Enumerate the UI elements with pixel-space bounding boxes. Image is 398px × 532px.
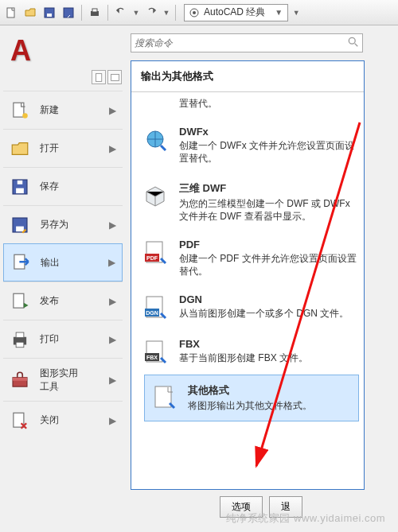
svg-rect-5 — [92, 9, 97, 12]
export-submenu: 输出为其他格式 置替代。 DWFx 创建一个 DWFx 文件并允许您设置页面设置… — [131, 60, 365, 490]
svg-text:FBX: FBX — [146, 355, 158, 360]
workspace-label: AutoCAD 经典 — [204, 6, 265, 19]
command-search[interactable] — [131, 33, 363, 52]
submenu-item-title: FBX — [179, 338, 308, 350]
submenu-item-desc: 从当前图形创建一个或多个 DGN 文件。 — [179, 307, 349, 320]
menu-item-publish[interactable]: 发布 ▶ — [3, 282, 123, 320]
dgn-icon: DGN — [141, 293, 170, 322]
search-icon — [348, 37, 359, 50]
save-as-icon[interactable] — [60, 5, 76, 21]
save-as-icon — [8, 213, 32, 237]
new-file-icon[interactable] — [3, 5, 19, 21]
menu-item-close[interactable]: 关闭 ▶ — [3, 401, 123, 439]
svg-rect-21 — [16, 332, 24, 338]
submenu-item-3d-dwf[interactable]: 三维 DWF 为您的三维模型创建一个 DWF 或 DWFx 文件并在 DWF 查… — [141, 173, 364, 231]
submenu-arrow-icon: ▶ — [109, 296, 116, 307]
search-input[interactable] — [135, 37, 348, 49]
submenu-item-desc: 为您的三维模型创建一个 DWF 或 DWFx 文件并在 DWF 查看器中显示。 — [179, 197, 357, 223]
svg-point-7 — [193, 11, 196, 14]
submenu-item-desc: 置替代。 — [179, 97, 217, 110]
svg-rect-2 — [47, 14, 52, 17]
other-format-icon — [150, 383, 178, 412]
menu-item-export[interactable]: 输出 ▶ — [3, 243, 123, 282]
submenu-arrow-icon: ▶ — [109, 375, 116, 386]
open-folder-icon — [8, 137, 32, 161]
svg-rect-3 — [64, 8, 73, 17]
menu-item-label: 打开 — [40, 142, 101, 155]
menu-item-label: 关闭 — [40, 414, 101, 427]
submenu-item-prev-overflow[interactable]: 置替代。 — [141, 95, 364, 118]
toolbar-separator — [81, 5, 82, 21]
menu-item-label: 发布 — [40, 294, 101, 308]
menu-item-save-as[interactable]: 另存为 ▶ — [3, 205, 123, 243]
toolbar-separator — [107, 5, 108, 21]
menu-item-label: 另存为 — [40, 218, 101, 231]
watermark-text: 纯净系统家园 www.yidaimei.com — [226, 511, 385, 526]
submenu-arrow-icon: ▶ — [108, 257, 115, 268]
submenu-item-title: 三维 DWF — [179, 181, 357, 196]
open-documents-icon[interactable] — [107, 70, 122, 84]
submenu-arrow-icon: ▶ — [109, 219, 116, 231]
svg-rect-19 — [14, 293, 24, 308]
app-menu-button[interactable]: A — [3, 33, 38, 68]
menu-item-utilities[interactable]: 图形实用 工具 ▶ — [3, 358, 123, 401]
menu-item-open[interactable]: 打开 ▶ — [3, 129, 123, 167]
recent-documents-icon[interactable] — [92, 70, 106, 84]
app-menu: 新建 ▶ 打开 ▶ 保存 另存为 ▶ 输出 ▶ 发布 ▶ 打印 ▶ 图形实用 工… — [3, 91, 123, 439]
submenu-arrow-icon: ▶ — [109, 334, 116, 345]
submenu-arrow-icon: ▶ — [109, 143, 116, 154]
close-doc-icon — [8, 409, 32, 433]
submenu-item-title: DWFx — [179, 126, 357, 138]
submenu-item-desc: 创建一个 DWFx 文件并允许您设置页面设置替代。 — [179, 139, 357, 165]
submenu-item-other-formats[interactable]: 其他格式 将图形输出为其他文件格式。 — [144, 375, 359, 421]
toolbox-icon — [8, 368, 32, 392]
dwfx-icon — [141, 126, 170, 154]
svg-text:DGN: DGN — [146, 310, 158, 316]
submenu-item-desc: 创建一个 PDF 文件并允许您设置页面设置替代。 — [179, 252, 357, 278]
undo-icon[interactable] — [113, 5, 129, 21]
quick-access-toolbar: ▼ ▼ AutoCAD 经典 ▼ ▼ — [0, 0, 398, 25]
submenu-item-dwfx[interactable]: DWFx 创建一个 DWFx 文件并允许您设置页面设置替代。 — [141, 118, 364, 173]
menu-item-label: 图形实用 工具 — [40, 367, 101, 394]
svg-rect-11 — [14, 103, 24, 117]
svg-rect-17 — [16, 226, 24, 231]
menu-item-label: 输出 — [41, 256, 100, 270]
menu-item-print[interactable]: 打印 ▶ — [3, 320, 123, 358]
pdf-icon: PDF — [141, 239, 170, 267]
menu-item-label: 保存 — [40, 180, 116, 193]
workspace-dropdown[interactable]: AutoCAD 经典 ▼ — [184, 4, 288, 21]
svg-text:PDF: PDF — [146, 255, 158, 261]
submenu-item-title: PDF — [179, 239, 357, 250]
submenu-item-fbx[interactable]: FBX FBX 基于当前图形创建 FBX 文件。 — [141, 330, 364, 375]
open-file-icon[interactable] — [22, 5, 38, 21]
submenu-item-desc: 将图形输出为其他文件格式。 — [188, 399, 312, 412]
svg-rect-22 — [16, 342, 24, 348]
svg-point-12 — [22, 113, 28, 118]
toolbar-separator — [175, 5, 176, 21]
submenu-item-dgn[interactable]: DGN DGN 从当前图形创建一个或多个 DGN 文件。 — [141, 285, 364, 330]
redo-icon[interactable] — [143, 5, 159, 21]
chevron-down-icon: ▼ — [275, 8, 283, 17]
svg-point-8 — [349, 37, 355, 44]
overflow-chevron-icon[interactable]: ▼ — [291, 5, 301, 21]
print-icon[interactable] — [87, 5, 103, 21]
dwf3d-icon — [141, 181, 170, 210]
menu-item-save[interactable]: 保存 — [3, 167, 123, 205]
chevron-down-icon[interactable]: ▼ — [132, 5, 140, 21]
svg-rect-9 — [96, 73, 101, 81]
svg-rect-15 — [18, 180, 23, 184]
menu-item-label: 新建 — [40, 103, 101, 117]
submenu-arrow-icon: ▶ — [109, 415, 116, 426]
submenu-item-title: 其他格式 — [188, 383, 312, 398]
chevron-down-icon[interactable]: ▼ — [162, 5, 170, 21]
submenu-arrow-icon: ▶ — [109, 105, 116, 116]
save-icon[interactable] — [41, 5, 57, 21]
svg-rect-0 — [7, 8, 14, 17]
submenu-item-pdf[interactable]: PDF PDF 创建一个 PDF 文件并允许您设置页面设置替代。 — [141, 231, 364, 285]
submenu-item-title: DGN — [179, 293, 349, 305]
new-file-icon — [8, 99, 32, 122]
export-icon — [9, 250, 33, 274]
svg-rect-10 — [111, 74, 119, 80]
menu-item-new[interactable]: 新建 ▶ — [3, 91, 123, 129]
svg-rect-14 — [16, 188, 24, 193]
